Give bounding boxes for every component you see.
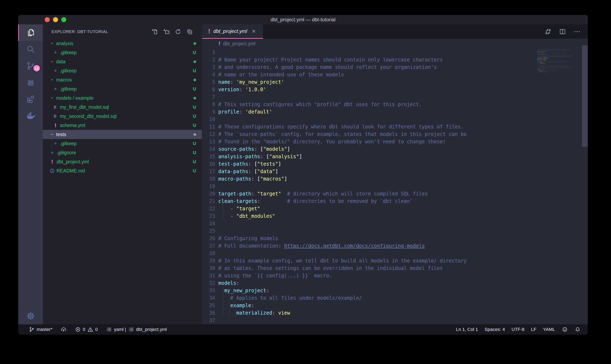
problems-status[interactable]: 00 bbox=[75, 326, 98, 333]
tree-item-label: my_second_dbt_model.sql bbox=[60, 114, 117, 119]
open-changes-icon[interactable] bbox=[543, 27, 553, 36]
code-token: 'default' bbox=[245, 109, 272, 115]
tree-file--gitkeep[interactable]: .gitkeepU bbox=[43, 48, 202, 57]
code-line-29: # In this example config, we tell dbt to… bbox=[218, 257, 588, 264]
indent-guide bbox=[223, 309, 223, 317]
language-mode[interactable]: YAML bbox=[543, 327, 555, 332]
code-token: # found in the "models/" directory. You … bbox=[218, 139, 446, 144]
publish-changes[interactable] bbox=[60, 326, 67, 333]
code-token: "tests" bbox=[257, 161, 278, 167]
tree-file-readme-md[interactable]: README.mdU bbox=[43, 166, 202, 175]
activity-bar: 11 bbox=[18, 24, 43, 324]
more-actions-icon[interactable] bbox=[572, 27, 582, 36]
tree-file--gitkeep[interactable]: .gitkeepU bbox=[43, 84, 202, 93]
git-modified-dot bbox=[194, 77, 202, 82]
yaml-schema-status[interactable]: yaml |dbt_project.yml bbox=[106, 326, 167, 333]
tree-file--gitkeep[interactable]: .gitkeepU bbox=[43, 139, 202, 148]
breadcrumb-item[interactable]: dbt_project.yml bbox=[223, 41, 255, 47]
tree-folder-macros[interactable]: macros bbox=[43, 75, 202, 84]
tree-folder-tests[interactable]: tests bbox=[43, 130, 202, 139]
tab-dbt-project-yml[interactable]: ! dbt_project.yml bbox=[202, 24, 263, 39]
line-number: 15 bbox=[202, 153, 215, 160]
code-line-20: target-path: "target" # directory which … bbox=[218, 190, 588, 197]
sql-file-icon bbox=[53, 114, 58, 119]
line-number: 9 bbox=[202, 108, 215, 116]
code-line-17: data-paths: ["data"] bbox=[218, 168, 588, 175]
close-tab-icon[interactable] bbox=[251, 28, 257, 34]
code-token bbox=[218, 310, 236, 316]
cursor-position[interactable]: Ln 1, Col 1 bbox=[456, 327, 478, 332]
code-line-14: source-paths: ["models"] bbox=[218, 145, 588, 153]
explorer-actions bbox=[151, 27, 194, 36]
line-number: 10 bbox=[202, 116, 215, 123]
feedback[interactable] bbox=[562, 326, 568, 333]
title-bar[interactable]: dbt_project.yml — dbt-tutorial bbox=[18, 15, 588, 24]
tree-file--gitkeep[interactable]: .gitkeepU bbox=[43, 66, 202, 75]
tree-folder-models-example[interactable]: models / example bbox=[43, 93, 202, 103]
encoding[interactable]: UTF-8 bbox=[512, 327, 524, 332]
close-window-button[interactable] bbox=[45, 17, 50, 22]
refresh-icon[interactable] bbox=[174, 27, 182, 36]
activity-item-extensions[interactable] bbox=[18, 91, 43, 107]
activity-item-files[interactable] bbox=[18, 24, 43, 41]
code-editor[interactable]: 1234567891011121314151617181920212223242… bbox=[202, 49, 588, 324]
code-token: : bbox=[251, 303, 254, 308]
yaml-file-icon: ! bbox=[53, 123, 58, 128]
code-token: # These configurations specify where dbt… bbox=[218, 124, 464, 130]
minimize-window-button[interactable] bbox=[53, 17, 58, 22]
line-number: 8 bbox=[202, 101, 215, 108]
chevron-down-icon bbox=[50, 96, 55, 101]
eol[interactable]: LF bbox=[531, 327, 536, 332]
code-token: "dbt_modules" bbox=[236, 213, 275, 219]
indent-guide bbox=[223, 294, 223, 302]
new-file-icon[interactable] bbox=[151, 27, 159, 36]
activity-item-debug[interactable] bbox=[18, 74, 43, 91]
notifications[interactable] bbox=[575, 326, 581, 333]
code-line-16: test-paths: ["tests"] bbox=[218, 160, 588, 168]
git-untracked-badge: U bbox=[193, 150, 202, 155]
doc-link[interactable]: https://docs.getdbt.com/docs/configuring… bbox=[284, 243, 425, 249]
code-token bbox=[242, 87, 245, 92]
tree-file--gitignore[interactable]: .gitignoreU bbox=[43, 148, 202, 157]
tree-file-schema-yml[interactable]: !schema.ymlU bbox=[43, 121, 202, 130]
traffic-lights bbox=[45, 15, 66, 24]
line-number: 35 bbox=[202, 302, 215, 309]
code-token: "analysis" bbox=[269, 154, 299, 159]
line-number: 3 bbox=[202, 64, 215, 71]
code-token bbox=[218, 206, 230, 212]
git-untracked-badge: U bbox=[193, 86, 202, 92]
tab-label: dbt_project.yml bbox=[213, 28, 247, 34]
code-token: '1.0.0' bbox=[245, 87, 266, 92]
tree-folder-analysis[interactable]: analysis bbox=[43, 39, 202, 48]
activity-item-source-control[interactable]: 11 bbox=[18, 57, 43, 74]
tree-file-my-second-dbt-model-sql[interactable]: my_second_dbt_model.sqlU bbox=[43, 112, 202, 121]
collapse-all-icon[interactable] bbox=[185, 27, 194, 36]
new-folder-icon[interactable] bbox=[162, 27, 170, 36]
tree-file-my-first-dbt-model-sql[interactable]: my_first_dbt_model.sqlU bbox=[43, 103, 202, 112]
indentation[interactable]: Spaces: 4 bbox=[485, 327, 505, 332]
status-left: master*00yaml |dbt_project.yml bbox=[28, 326, 173, 333]
tree-folder-data[interactable]: data bbox=[43, 57, 202, 66]
split-editor-icon[interactable] bbox=[558, 27, 567, 36]
git-untracked-badge: U bbox=[193, 159, 202, 164]
editor-scrollbar[interactable] bbox=[582, 46, 588, 147]
code-line-12: # The `source-paths` config, for example… bbox=[218, 130, 588, 138]
code-line-9: profile: 'default' bbox=[218, 108, 588, 116]
activity-item-docker[interactable] bbox=[18, 107, 43, 124]
activity-item-search[interactable] bbox=[18, 41, 43, 57]
breadcrumb[interactable]: ! dbt_project.yml bbox=[202, 39, 588, 49]
status-bar: master*00yaml |dbt_project.yml Ln 1, Col… bbox=[18, 324, 588, 335]
zoom-window-button[interactable] bbox=[61, 17, 66, 22]
indent-guide bbox=[235, 309, 236, 317]
code-token bbox=[242, 109, 245, 115]
line-number: 12 bbox=[202, 130, 215, 138]
activity-item-gear[interactable] bbox=[18, 308, 43, 324]
code-content[interactable]: # Name your project! Project names shoul… bbox=[218, 49, 588, 324]
code-line-15: analysis-paths: ["analysis"] bbox=[218, 153, 588, 160]
line-number: 14 bbox=[202, 145, 215, 153]
code-token: "models" bbox=[263, 146, 287, 152]
line-number: 20 bbox=[202, 190, 215, 197]
git-branch-status[interactable]: master* bbox=[28, 326, 52, 333]
code-token: # and underscores. A good package name s… bbox=[218, 64, 437, 70]
tree-file-dbt-project-yml[interactable]: !dbt_project.ymlU bbox=[43, 157, 202, 166]
